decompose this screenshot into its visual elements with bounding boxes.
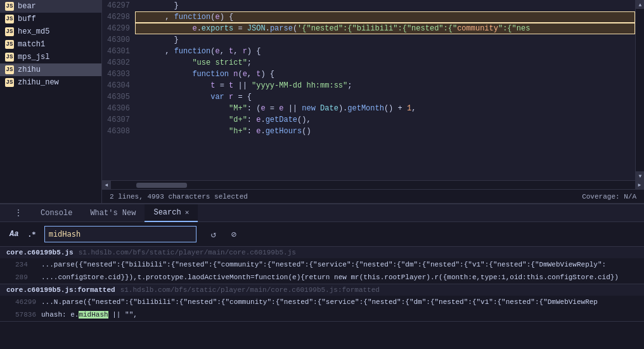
result-linenum: 57836 [15, 309, 37, 320]
result-text: uhash: e.midHash || "", [41, 309, 138, 320]
result-row-234[interactable]: 234 ...parse({"nested":{"bilibili":{"nes… [0, 258, 644, 271]
sidebar-item-bear[interactable]: JS bear [0, 0, 101, 13]
sidebar-item-label: zhihu_new [18, 78, 59, 87]
search-results: core.c60199b5.js s1.hdslb.com/bfs/static… [0, 247, 644, 349]
file-sidebar: JS bear JS buff JS hex_md5 JS match1 JS … [0, 0, 102, 203]
code-editor: 46297 46298 46299 46300 46301 46302 4630… [102, 0, 644, 203]
result-file-name-1: core.c60199b5.js [6, 249, 74, 256]
code-line-46303: function n(e, t) { [135, 69, 635, 80]
result-row-289[interactable]: 289 ....configStore.cid}}),t.prototype.l… [0, 271, 644, 284]
file-icon: JS [5, 2, 14, 11]
panel-tabs: ⋮ Console What's New Search ✕ [0, 204, 644, 222]
cancel-button[interactable]: ⊘ [227, 227, 241, 241]
tab-whats-new-label: What's New [90, 209, 136, 218]
panel-settings: ⋮ [5, 207, 32, 218]
tab-console-label: Console [41, 209, 72, 218]
file-icon: JS [5, 78, 14, 87]
sidebar-item-zhihu[interactable]: JS zhihu [0, 63, 101, 76]
search-actions: ↺ ⊘ [207, 227, 241, 241]
coverage-info: Coverage: N/A [582, 193, 636, 201]
file-icon: JS [5, 53, 14, 62]
code-line-46305: var r = { [135, 91, 635, 103]
result-file-header-1: core.c60199b5.js s1.hdslb.com/bfs/static… [0, 247, 644, 258]
result-match: midHash [79, 311, 108, 319]
code-line-46298: , function(e) { [135, 11, 635, 23]
file-icon: JS [5, 40, 14, 49]
bottom-panel: ⋮ Console What's New Search ✕ Aa .* ↺ ⊘ [0, 203, 644, 349]
scroll-right-arrow[interactable]: ► [635, 181, 644, 190]
scroll-down-arrow[interactable]: ▼ [636, 171, 644, 180]
sidebar-item-label: buff [18, 15, 36, 23]
line-numbers: 46297 46298 46299 46300 46301 46302 4630… [102, 0, 135, 180]
result-file-path-1: s1.hdslb.com/bfs/static/player/main/core… [79, 249, 296, 256]
result-file-header-2: core.c60199b5.js:formatted s1.hdslb.com/… [0, 284, 644, 296]
result-linenum: 234 [15, 259, 37, 270]
sidebar-item-label: match1 [18, 40, 45, 49]
refresh-button[interactable]: ↺ [207, 227, 221, 241]
result-text: ...N.parse({"nested":{"bilibili":{"neste… [41, 296, 598, 308]
scroll-left-arrow[interactable]: ◄ [102, 181, 111, 190]
sidebar-item-label: hex_md5 [18, 27, 49, 36]
code-line-46299: e.exports = JSON.parse('{"nested":{"bili… [135, 23, 635, 34]
sidebar-item-label: mps_jsl [18, 53, 49, 62]
code-line-46300: } [135, 34, 635, 46]
code-line-46304: t = t || "yyyy-MM-dd hh:mm:ss"; [135, 80, 635, 91]
horizontal-scrollbar[interactable]: ◄ ► [102, 180, 644, 189]
vertical-scrollbar[interactable]: ▲ ▼ [635, 0, 644, 180]
tab-search-label: Search [153, 208, 181, 217]
file-icon: JS [5, 27, 14, 36]
status-bar: 2 lines, 4993 characters selected Covera… [102, 189, 644, 203]
tab-console[interactable]: Console [32, 204, 81, 222]
search-options: Aa .* [6, 228, 39, 240]
result-linenum: 46299 [15, 296, 37, 308]
code-content: } , function(e) { e.exports = JSON.parse… [135, 0, 635, 180]
tab-search[interactable]: Search ✕ [145, 204, 198, 222]
code-line-46297: } [135, 0, 635, 11]
tab-search-close[interactable]: ✕ [185, 208, 190, 216]
selection-info: 2 lines, 4993 characters selected [110, 193, 248, 201]
sidebar-item-match1[interactable]: JS match1 [0, 38, 101, 51]
dots-menu-icon[interactable]: ⋮ [10, 207, 27, 218]
result-row-46299[interactable]: 46299 ...N.parse({"nested":{"bilibili":{… [0, 296, 644, 308]
search-bar: Aa .* ↺ ⊘ [0, 222, 644, 247]
result-file-name-2: core.c60199b5.js:formatted [6, 286, 115, 294]
result-row-57836[interactable]: 57836 uhash: e.midHash || "", [0, 308, 644, 321]
sidebar-item-label: bear [18, 2, 36, 11]
sidebar-item-label: zhihu [18, 65, 41, 74]
code-line-46307: "d+": e.getDate(), [135, 114, 635, 126]
result-text: ....configStore.cid}}),t.prototype.laodA… [41, 272, 619, 283]
hscroll-thumb[interactable] [136, 183, 187, 188]
scrollbar-track[interactable] [636, 9, 644, 171]
code-line-46301: , function(e, t, r) { [135, 46, 635, 57]
hscroll-track[interactable] [111, 181, 635, 189]
file-icon: JS [5, 65, 14, 74]
code-line-46306: "M+": (e = e || new Date).getMonth() + 1… [135, 103, 635, 114]
result-file-path-2: s1.hdslb.com/bfs/static/player/main/core… [120, 286, 380, 294]
tab-whats-new[interactable]: What's New [81, 204, 145, 222]
sidebar-item-hex-md5[interactable]: JS hex_md5 [0, 25, 101, 38]
result-linenum: 289 [15, 272, 37, 283]
case-sensitive-toggle[interactable]: Aa [6, 228, 22, 240]
code-line-46308: "h+": e.getHours() [135, 126, 635, 137]
sidebar-item-mps-jsl[interactable]: JS mps_jsl [0, 51, 101, 63]
sidebar-item-zhihu-new[interactable]: JS zhihu_new [0, 76, 101, 89]
file-icon: JS [5, 15, 14, 23]
result-text: ...parse({"nested":{"bilibili":{"nested"… [41, 259, 606, 270]
code-line-46302: "use strict"; [135, 57, 635, 69]
sidebar-item-buff[interactable]: JS buff [0, 13, 101, 25]
scroll-up-arrow[interactable]: ▲ [636, 0, 644, 9]
search-input-wrapper[interactable] [44, 226, 196, 242]
regex-toggle[interactable]: .* [24, 228, 39, 240]
result-file-group-2: core.c60199b5.js:formatted s1.hdslb.com/… [0, 284, 644, 322]
result-file-group-1: core.c60199b5.js s1.hdslb.com/bfs/static… [0, 247, 644, 284]
search-input[interactable] [49, 230, 138, 239]
